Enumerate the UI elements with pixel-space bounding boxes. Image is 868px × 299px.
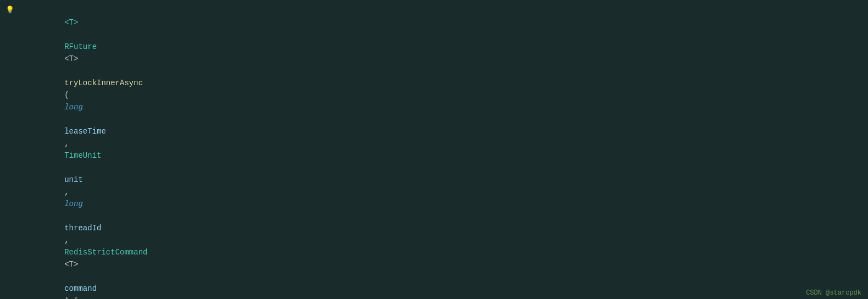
- paren-close-brace: ) {: [64, 296, 78, 299]
- space5: [64, 212, 69, 220]
- method-name: tryLockInnerAsync: [64, 79, 143, 87]
- code-editor: 💡 <T> RFuture <T> tryLockInnerAsync ( lo…: [0, 0, 868, 299]
- param-lease: leaseTime: [64, 127, 106, 136]
- rfuture-type: RFuture: [64, 42, 97, 51]
- space: [64, 30, 69, 39]
- space3: [64, 115, 69, 124]
- paren-open: (: [64, 91, 69, 99]
- code-line-1: 💡 <T> RFuture <T> tryLockInnerAsync ( lo…: [0, 4, 868, 299]
- timeunit-type: TimeUnit: [64, 151, 101, 160]
- comma1: ,: [64, 139, 74, 148]
- footer-text: CSDN @starcpdk: [806, 289, 861, 297]
- kw-long2: long: [64, 200, 83, 208]
- redis-cmd-type: RedisStrictCommand: [64, 248, 147, 257]
- space6: [64, 272, 69, 281]
- space2: [64, 67, 69, 75]
- generic-t2: <T>: [64, 260, 78, 269]
- space4: [64, 163, 69, 172]
- kw-long1: long: [64, 103, 83, 112]
- generic-t: <T>: [64, 54, 78, 63]
- comma2: ,: [64, 187, 74, 196]
- bulb-icon[interactable]: 💡: [5, 4, 14, 16]
- line-content-1: <T> RFuture <T> tryLockInnerAsync ( long…: [27, 4, 868, 299]
- code-content: 💡 <T> RFuture <T> tryLockInnerAsync ( lo…: [0, 0, 868, 299]
- gutter-1: 💡: [5, 4, 27, 16]
- footer: CSDN @starcpdk: [799, 287, 868, 299]
- param-thread: threadId: [64, 224, 101, 232]
- comma3: ,: [64, 236, 74, 245]
- param-unit: unit: [64, 175, 83, 184]
- type-T: <T>: [64, 18, 78, 27]
- param-command: command: [64, 284, 97, 293]
